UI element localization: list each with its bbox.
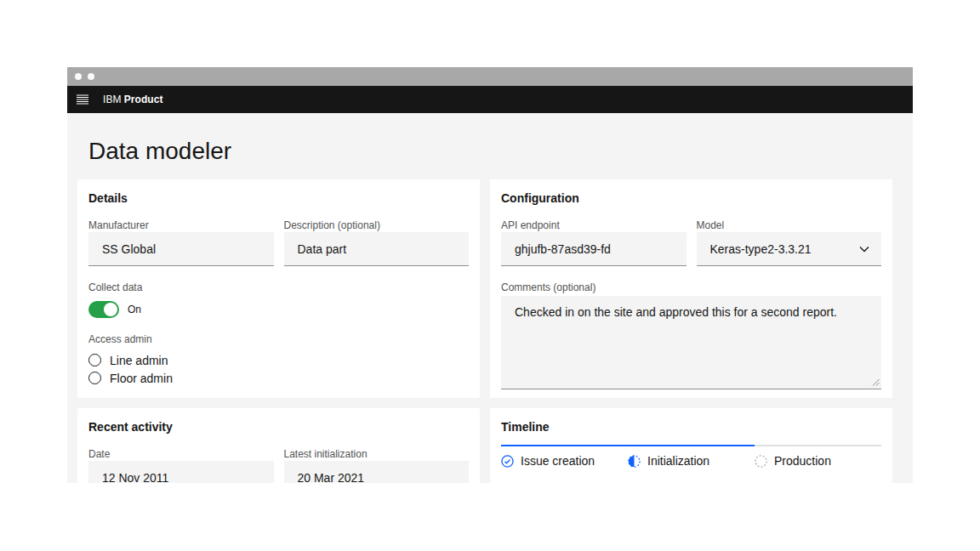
incomplete-half-circle-icon <box>628 455 641 468</box>
window-titlebar <box>67 67 913 86</box>
page-content: Data modeler Details Manufacturer Descri… <box>67 136 913 483</box>
timeline-card-title: Timeline <box>501 419 881 435</box>
page-title: Data modeler <box>88 136 913 167</box>
model-label: Model <box>697 219 882 232</box>
latest-initialization-input[interactable] <box>284 461 470 483</box>
radio-button-icon[interactable] <box>88 354 101 366</box>
collect-data-state: On <box>128 304 141 315</box>
model-select[interactable]: Keras-type2-3.3.21 <box>697 232 882 266</box>
card-grid: Details Manufacturer Description (option… <box>77 179 892 483</box>
recent-activity-fields: Date Latest initialization <box>88 447 469 483</box>
comments-textarea[interactable]: Checked in on the site and approved this… <box>501 296 881 389</box>
progress-step-label: Issue creation <box>521 454 595 468</box>
model-field-group: Model Keras-type2-3.3.21 <box>697 219 882 266</box>
comments-label: Comments (optional) <box>501 281 881 294</box>
collect-data-toggle-row: On <box>88 301 469 318</box>
api-endpoint-field-group: API endpoint <box>501 219 687 266</box>
chevron-down-icon <box>859 246 869 253</box>
recent-activity-card-title: Recent activity <box>88 419 469 435</box>
collect-data-label: Collect data <box>88 281 469 294</box>
details-fields: Manufacturer Description (optional) <box>88 219 469 266</box>
collect-data-toggle[interactable] <box>88 301 119 318</box>
progress-indicator: Issue creation Initialization Pro <box>501 445 881 468</box>
details-card-title: Details <box>88 190 469 206</box>
radio-option-label: Line admin <box>110 354 168 367</box>
app-window: IBMProduct Data modeler Details Manufact… <box>67 67 913 483</box>
brand-name: Product <box>124 94 163 105</box>
progress-step-initialization[interactable]: Initialization <box>628 445 755 468</box>
description-label: Description (optional) <box>284 219 470 232</box>
api-endpoint-input[interactable] <box>501 232 687 266</box>
latest-initialization-label: Latest initialization <box>284 447 470 461</box>
date-input[interactable] <box>88 461 274 483</box>
brand: IBMProduct <box>103 94 163 105</box>
progress-step-label: Initialization <box>647 454 709 468</box>
radio-button-icon[interactable] <box>88 372 101 384</box>
model-select-value: Keras-type2-3.3.21 <box>710 242 812 256</box>
radio-option-line-admin[interactable]: Line admin <box>88 351 469 369</box>
progress-step-issue-creation[interactable]: Issue creation <box>501 445 628 468</box>
access-admin-radio-group: Line admin Floor admin <box>88 351 469 387</box>
menu-button[interactable] <box>77 94 88 105</box>
access-admin-label: Access admin <box>88 332 469 346</box>
resize-grip-icon[interactable] <box>872 378 880 386</box>
progress-step-production[interactable]: Production <box>755 445 881 468</box>
window-control-dot-1[interactable] <box>75 73 82 80</box>
details-card: Details Manufacturer Description (option… <box>77 179 480 398</box>
api-endpoint-label: API endpoint <box>501 219 687 232</box>
progress-step-label: Production <box>774 454 831 468</box>
radio-option-floor-admin[interactable]: Floor admin <box>88 369 469 387</box>
configuration-card-title: Configuration <box>501 190 881 206</box>
date-label: Date <box>88 447 274 461</box>
comments-textarea-wrap: Checked in on the site and approved this… <box>501 296 881 389</box>
configuration-card: Configuration API endpoint Model Keras-t… <box>490 179 892 398</box>
date-field-group: Date <box>88 447 274 483</box>
description-input[interactable] <box>284 232 470 266</box>
description-field-group: Description (optional) <box>284 219 470 266</box>
timeline-card: Timeline Issue creation <box>490 408 892 483</box>
dashed-circle-icon <box>755 455 767 468</box>
manufacturer-field-group: Manufacturer <box>88 219 274 266</box>
checkmark-outline-icon <box>501 455 514 468</box>
app-header: IBMProduct <box>67 86 913 113</box>
toggle-knob <box>104 303 117 316</box>
recent-activity-card: Recent activity Date Latest initializati… <box>77 408 480 483</box>
brand-prefix: IBM <box>103 94 122 105</box>
window-control-dot-2[interactable] <box>88 73 94 80</box>
radio-option-label: Floor admin <box>110 372 173 385</box>
manufacturer-input[interactable] <box>88 232 274 266</box>
latest-initialization-field-group: Latest initialization <box>284 447 470 483</box>
configuration-fields: API endpoint Model Keras-type2-3.3.21 <box>501 219 881 266</box>
manufacturer-label: Manufacturer <box>88 219 274 232</box>
hamburger-menu-icon <box>77 94 88 105</box>
